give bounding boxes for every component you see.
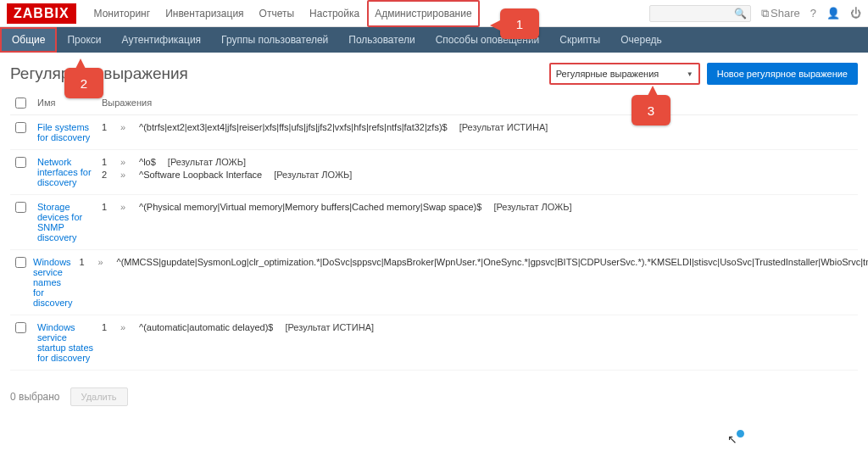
expr-result: [Результат ЛОЖЬ] — [493, 202, 571, 212]
table-row: Network interfaces for discovery1»^lo$[Р… — [10, 150, 858, 195]
expr-index: 2 — [102, 170, 108, 180]
regex-table: Имя Выражения File systems for discovery… — [10, 93, 858, 371]
expr-index: 1 — [79, 257, 86, 267]
delete-button[interactable]: Удалить — [70, 387, 128, 406]
user-icon[interactable]: 👤 — [826, 7, 840, 20]
help-icon[interactable]: ? — [810, 7, 816, 20]
top-right-controls: 🔍 ⧉Share ? 👤 ⏻ — [649, 5, 861, 22]
row-checkbox[interactable] — [15, 257, 26, 268]
table-header: Имя Выражения — [10, 93, 858, 115]
select-all-checkbox[interactable] — [15, 98, 26, 109]
table-row: Windows service names for discovery1»^(M… — [10, 250, 858, 315]
expr-pattern: ^(btrfs|ext2|ext3|ext4|jfs|reiser|xfs|ff… — [139, 122, 448, 132]
nav-reports[interactable]: Отчеты — [252, 0, 302, 27]
table-row: Storage devices for SNMP discovery1»^(Ph… — [10, 195, 858, 250]
expr-result: [Результат ЛОЖЬ] — [168, 157, 246, 167]
arrow-icon: » — [120, 202, 127, 212]
expr-result: [Результат ИСТИНА] — [285, 322, 374, 332]
expr-index: 1 — [102, 157, 108, 167]
regex-name-link[interactable]: Storage devices for SNMP discovery — [37, 202, 95, 242]
arrow-icon: » — [120, 157, 127, 167]
callout-1: 1 — [500, 8, 539, 39]
expr-cell: 1»^(Physical memory|Virtual memory|Memor… — [102, 202, 858, 242]
new-regex-button[interactable]: Новое регулярное выражение — [707, 63, 858, 85]
subnav-auth[interactable]: Аутентификация — [112, 27, 212, 53]
expr-index: 1 — [102, 122, 108, 132]
expr-result: [Результат ИСТИНА] — [459, 122, 548, 132]
expr-index: 1 — [102, 202, 108, 212]
subnav-users[interactable]: Пользователи — [338, 27, 425, 53]
expr-cell: 1»^(btrfs|ext2|ext3|ext4|jfs|reiser|xfs|… — [102, 122, 858, 142]
expr-pattern: ^(MMCSS|gupdate|SysmonLog|clr_optimizati… — [116, 257, 868, 267]
subnav-queue[interactable]: Очередь — [610, 27, 672, 53]
share-button[interactable]: ⧉Share — [761, 7, 800, 20]
row-checkbox[interactable] — [15, 157, 26, 168]
page-header: Регулярные выражения Регулярные выражени… — [10, 63, 858, 85]
regex-name-link[interactable]: Windows service startup states for disco… — [37, 322, 95, 363]
row-checkbox[interactable] — [15, 122, 26, 133]
expr-result: [Результат ЛОЖЬ] — [274, 170, 352, 180]
col-expr: Выражения — [102, 98, 858, 110]
expr-pattern: ^(automatic|automatic delayed)$ — [139, 322, 273, 332]
power-icon[interactable]: ⏻ — [850, 7, 861, 20]
footer-bar: 0 выбрано Удалить — [0, 381, 868, 413]
expr-cell: 1»^lo$[Результат ЛОЖЬ]2»^Software Loopba… — [102, 157, 858, 187]
callout-3: 3 — [632, 95, 670, 125]
row-checkbox[interactable] — [15, 202, 26, 213]
col-name[interactable]: Имя — [37, 98, 95, 110]
expr-cell: 1»^(automatic|automatic delayed)$[Резуль… — [102, 322, 858, 363]
expr-pattern: ^lo$ — [139, 157, 156, 167]
subnav-proxies[interactable]: Прокси — [57, 27, 111, 53]
nav-administration[interactable]: Администрирование — [367, 0, 479, 27]
subnav-usergroups[interactable]: Группы пользователей — [211, 27, 338, 53]
expr-pattern: ^Software Loopback Interface — [139, 170, 262, 180]
table-row: File systems for discovery1»^(btrfs|ext2… — [10, 115, 858, 150]
subnav-scripts[interactable]: Скрипты — [549, 27, 610, 53]
expr-cell: 1»^(MMCSS|gupdate|SysmonLog|clr_optimiza… — [79, 257, 868, 308]
selected-count: 0 выбрано — [10, 391, 60, 403]
regex-name-link[interactable]: File systems for discovery — [37, 122, 95, 142]
nav-monitoring[interactable]: Мониторинг — [86, 0, 159, 27]
expr-pattern: ^(Physical memory|Virtual memory|Memory … — [139, 202, 481, 212]
regex-name-link[interactable]: Windows service names for discovery — [33, 257, 72, 308]
nav-config[interactable]: Настройка — [302, 0, 367, 27]
arrow-icon: » — [120, 122, 127, 132]
logo: ZABBIX — [7, 3, 76, 24]
callout-2: 2 — [64, 68, 103, 98]
regex-name-link[interactable]: Network interfaces for discovery — [37, 157, 95, 187]
arrow-icon: » — [120, 322, 127, 332]
subnav-general[interactable]: Общие — [0, 27, 57, 53]
arrow-icon: » — [120, 170, 127, 180]
global-search[interactable]: 🔍 — [649, 5, 751, 22]
arrow-icon: » — [97, 257, 104, 267]
table-row: Windows service startup states for disco… — [10, 315, 858, 371]
top-nav: ZABBIX Мониторинг Инвентаризация Отчеты … — [0, 0, 868, 27]
search-icon: 🔍 — [734, 8, 747, 20]
row-checkbox[interactable] — [15, 322, 26, 333]
nav-inventory[interactable]: Инвентаризация — [158, 0, 251, 27]
page-selector[interactable]: Регулярные выражения — [549, 63, 700, 85]
sub-nav: Общие Прокси Аутентификация Группы польз… — [0, 27, 868, 53]
expr-index: 1 — [102, 322, 108, 332]
